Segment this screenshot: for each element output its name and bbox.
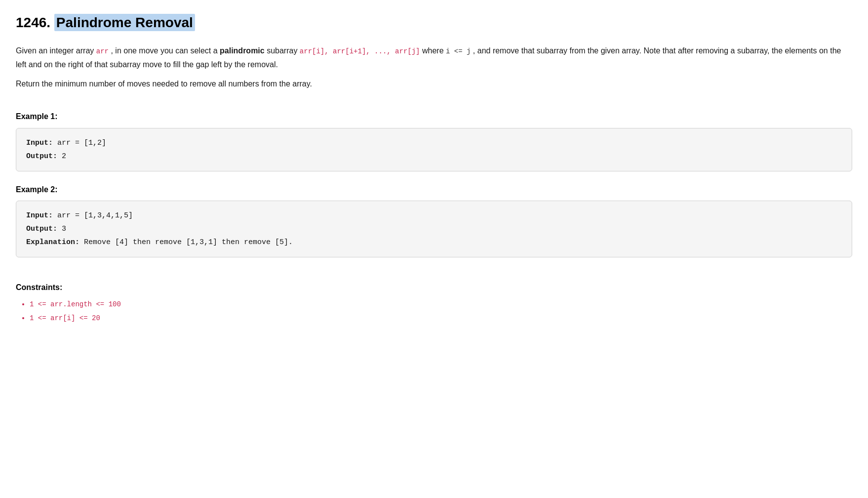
- constraint-item-1: 1 <= arr.length <= 100: [30, 299, 852, 310]
- desc-where-code: i <= j: [446, 47, 471, 55]
- problem-description: Given an integer array arr , in one move…: [16, 44, 852, 90]
- example-2-section: Example 2: Input: arr = [1,3,4,1,5] Outp…: [16, 183, 852, 258]
- spacer-2: [16, 269, 852, 281]
- example-2-input-line: Input: arr = [1,3,4,1,5]: [26, 209, 842, 222]
- example-2-explanation-label: Explanation:: [26, 238, 79, 247]
- problem-title: 1246. Palindrome Removal: [16, 12, 852, 34]
- example-2-explanation-line: Explanation: Remove [4] then remove [1,3…: [26, 236, 842, 249]
- desc-sub-label: subarray: [267, 46, 297, 55]
- example-1-output-line: Output: 2: [26, 150, 842, 163]
- example-1-code-block: Input: arr = [1,2] Output: 2: [16, 128, 852, 171]
- desc-middle1: , in one move you can select a: [111, 46, 217, 55]
- title-text-highlight: Palindrome Removal: [54, 14, 195, 31]
- desc-bold-palindromic: palindromic: [220, 46, 265, 55]
- example-2-output-label: Output:: [26, 225, 57, 233]
- example-1-output-label: Output:: [26, 152, 57, 161]
- example-1-output-val: 2: [62, 152, 66, 161]
- constraints-list: 1 <= arr.length <= 100 1 <= arr[i] <= 20: [16, 299, 852, 324]
- description-paragraph-1: Given an integer array arr , in one move…: [16, 44, 852, 71]
- example-2-input-label: Input:: [26, 211, 53, 220]
- description-paragraph-2: Return the minimum number of moves neede…: [16, 77, 852, 90]
- constraints-label: Constraints:: [16, 281, 852, 294]
- desc-where-label: where: [422, 46, 444, 55]
- example-1-label: Example 1:: [16, 110, 852, 123]
- desc-arr-code: arr: [96, 47, 109, 55]
- example-1-input-val: arr = [1,2]: [57, 139, 106, 147]
- spacer-1: [16, 98, 852, 110]
- desc-intro: Given an integer array: [16, 46, 94, 55]
- constraint-item-2: 1 <= arr[i] <= 20: [30, 313, 852, 324]
- example-1-input-line: Input: arr = [1,2]: [26, 136, 842, 150]
- example-2-label: Example 2:: [16, 183, 852, 196]
- title-number: 1246.: [16, 15, 50, 30]
- example-1-section: Example 1: Input: arr = [1,2] Output: 2: [16, 110, 852, 171]
- example-2-code-block: Input: arr = [1,3,4,1,5] Output: 3 Expla…: [16, 201, 852, 257]
- desc-subarray-code: arr[i], arr[i+1], ..., arr[j]: [300, 47, 420, 55]
- example-2-explanation-val: Remove [4] then remove [1,3,1] then remo…: [84, 238, 293, 247]
- example-2-output-val: 3: [62, 225, 66, 233]
- constraints-section: Constraints: 1 <= arr.length <= 100 1 <=…: [16, 281, 852, 324]
- example-1-input-label: Input:: [26, 139, 53, 147]
- example-2-input-val: arr = [1,3,4,1,5]: [57, 211, 133, 220]
- example-2-output-line: Output: 3: [26, 222, 842, 236]
- desc-return-line: Return the minimum number of moves neede…: [16, 80, 312, 88]
